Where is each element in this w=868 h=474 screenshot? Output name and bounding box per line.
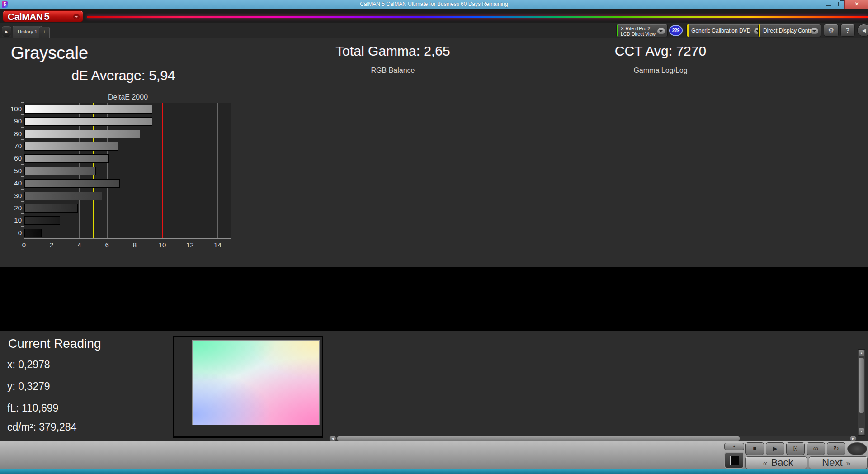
source-status-accent xyxy=(687,24,689,37)
deltae-bar-60 xyxy=(24,154,109,163)
minimize-icon xyxy=(826,5,831,6)
grayscale-title: Grayscale xyxy=(11,43,88,63)
pattern-window-button[interactable] xyxy=(724,452,744,469)
axis-tick xyxy=(21,226,24,227)
scroll-up-button[interactable]: ▲ xyxy=(859,350,864,356)
stop-icon: ■ xyxy=(753,445,757,452)
step-button[interactable]: [•] xyxy=(786,442,805,455)
gear-icon: ⚙ xyxy=(828,26,834,34)
deltae-ytick-30: 30 xyxy=(2,192,22,199)
rgb-balance-chart-title: RGB Balance xyxy=(318,66,467,75)
reading-y: y: 0,3279 xyxy=(7,380,50,393)
meter-dropdown[interactable]: X-Rite i1Pro 2 LCD Direct View xyxy=(616,24,668,37)
meter-mode: LCD Direct View xyxy=(621,31,656,37)
restore-icon xyxy=(838,2,843,6)
deltae-ytick-80: 80 xyxy=(2,130,22,137)
gridline xyxy=(217,103,218,239)
help-icon: ? xyxy=(845,26,849,34)
add-tab-button[interactable]: + xyxy=(39,27,50,38)
restore-button[interactable] xyxy=(835,0,845,9)
back-button[interactable]: «Back xyxy=(745,456,807,469)
horizontal-scroll-thumb[interactable] xyxy=(337,436,740,441)
chevron-down-icon xyxy=(73,14,80,19)
close-button[interactable]: ✕ xyxy=(844,0,868,9)
deltae-bar-0 xyxy=(24,229,42,237)
logo-bar: CalMAN5 xyxy=(0,9,868,23)
settings-button[interactable]: ⚙ xyxy=(824,24,839,37)
calman-logo-menu[interactable]: CalMAN5 xyxy=(3,10,83,22)
deltae-ytick-0: 0 xyxy=(2,229,22,237)
deltae-chart xyxy=(24,103,231,239)
deltae-xtick-2: 2 xyxy=(45,241,58,249)
deltae-ytick-40: 40 xyxy=(2,179,22,187)
chevron-down-icon xyxy=(657,28,665,34)
deltae-xtick-14: 14 xyxy=(211,241,224,249)
deltae-ytick-90: 90 xyxy=(2,117,22,125)
table-vertical-scrollbar[interactable]: ▲ ▼ xyxy=(858,349,865,436)
windows-taskbar[interactable] xyxy=(0,469,868,474)
deltae-bar-40 xyxy=(24,179,120,188)
left-arrow-icon: ◀ xyxy=(331,437,334,440)
axis-tick xyxy=(21,114,24,115)
tab-scroll-button[interactable]: ▶ xyxy=(2,26,11,37)
deltae-xtick-6: 6 xyxy=(101,241,113,249)
titlebar: 5 CalMAN 5 CalMAN Ultimate for Business … xyxy=(0,0,868,9)
deltae-bar-70 xyxy=(24,142,118,151)
logo-number: 5 xyxy=(44,11,50,22)
meter-count-badge[interactable]: 229 xyxy=(669,25,683,36)
right-arrow-icon: ▶ xyxy=(852,437,854,440)
gridline xyxy=(190,103,190,239)
reading-x: x: 0,2978 xyxy=(7,359,50,371)
display-control-dropdown[interactable]: Direct Display Control xyxy=(758,24,821,37)
record-indicator-button[interactable] xyxy=(847,442,867,455)
meter-name: X-Rite i1Pro 2 xyxy=(621,26,650,31)
close-icon: ✕ xyxy=(854,1,859,7)
vertical-scroll-thumb[interactable] xyxy=(859,358,864,413)
deltae-ytick-60: 60 xyxy=(2,154,22,162)
deltae-xtick-10: 10 xyxy=(156,241,169,249)
pattern-window-icon xyxy=(730,456,739,465)
collapse-panel-button[interactable]: ◀ xyxy=(857,24,868,37)
play-icon: ▶ xyxy=(773,445,778,452)
axis-tick xyxy=(21,152,24,152)
axis-tick xyxy=(21,102,24,103)
repeat-icon: ↻ xyxy=(833,445,839,452)
current-reading-title: Current Reading xyxy=(8,337,101,351)
deltae-bar-90 xyxy=(24,117,152,126)
de-average-value: dE Average: 5,94 xyxy=(49,68,198,83)
scroll-down-button[interactable]: ▼ xyxy=(859,428,864,435)
deltae-bar-50 xyxy=(24,167,96,175)
scroll-right-button[interactable]: ▶ xyxy=(850,436,856,441)
axis-tick xyxy=(21,176,24,177)
next-button[interactable]: Next» xyxy=(809,456,868,469)
axis-tick xyxy=(21,189,24,190)
reading-cd: cd/m²: 379,284 xyxy=(7,421,76,433)
axis-tick xyxy=(21,201,24,202)
deltae-bar-20 xyxy=(24,204,78,213)
minimize-button[interactable] xyxy=(824,0,834,9)
repeat-button[interactable]: ↻ xyxy=(827,442,845,455)
stop-button[interactable]: ■ xyxy=(745,442,764,455)
source-dropdown[interactable]: Generic Calibration DVD xyxy=(686,24,764,37)
loop-button[interactable]: ∞ xyxy=(807,442,825,455)
deltae-ytick-50: 50 xyxy=(2,167,22,175)
deltae-bar-30 xyxy=(24,192,102,200)
deltae-xtick-12: 12 xyxy=(184,241,196,249)
deltae-xtick-8: 8 xyxy=(128,241,141,249)
gamma-chart-title: Gamma Log/Log xyxy=(586,66,735,75)
play-button[interactable]: ▶ xyxy=(766,442,784,455)
deltae-ytick-70: 70 xyxy=(2,142,22,150)
logo-text: CalMAN xyxy=(8,11,43,22)
scroll-left-button[interactable]: ◀ xyxy=(330,436,336,441)
pattern-size-up-button[interactable]: ▲ xyxy=(724,443,744,450)
tab-history-1[interactable]: History 1 xyxy=(13,26,42,38)
next-label: Next xyxy=(822,457,842,468)
tab-bar: ▶ History 1 + X-Rite i1Pro 2 LCD Direct … xyxy=(0,23,868,38)
source-name: Generic Calibration DVD xyxy=(691,28,750,34)
deltae-ytick-100: 100 xyxy=(2,105,22,113)
up-arrow-icon: ▲ xyxy=(860,351,863,355)
axis-tick xyxy=(21,164,24,165)
help-button[interactable]: ? xyxy=(840,24,855,37)
step-icon: [•] xyxy=(793,446,797,451)
back-chevron-icon: « xyxy=(763,457,768,469)
